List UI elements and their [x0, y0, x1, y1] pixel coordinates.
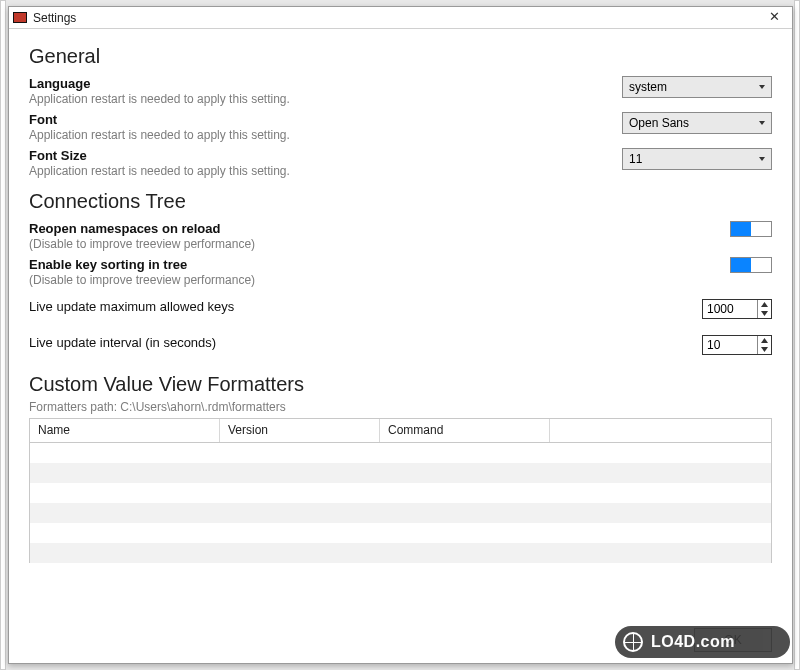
sorting-hint: (Disable to improve treeview performance… [29, 273, 682, 287]
table-row[interactable] [30, 463, 771, 483]
spin-up-icon[interactable] [758, 300, 771, 309]
reopen-label: Reopen namespaces on reload [29, 221, 682, 236]
formatters-path: Formatters path: C:\Users\ahorn\.rdm\for… [29, 400, 772, 414]
window-title: Settings [33, 11, 762, 25]
maxkeys-row: Live update maximum allowed keys 1000 [29, 299, 772, 319]
watermark-badge: LO4D.com [615, 626, 790, 658]
table-body [30, 443, 771, 563]
maxkeys-label: Live update maximum allowed keys [29, 299, 682, 314]
settings-dialog: Settings ✕ General Language Application … [8, 6, 793, 664]
font-label: Font [29, 112, 612, 127]
close-icon: ✕ [769, 9, 780, 24]
chevron-down-icon [759, 85, 765, 89]
svg-marker-2 [761, 338, 768, 343]
spin-up-icon[interactable] [758, 336, 771, 345]
language-label: Language [29, 76, 612, 91]
col-command[interactable]: Command [380, 419, 550, 442]
toggle-off-segment [751, 258, 771, 272]
col-spacer [550, 419, 771, 442]
table-row[interactable] [30, 483, 771, 503]
titlebar: Settings ✕ [9, 7, 792, 29]
table-header: Name Version Command [30, 419, 771, 443]
formatters-table: Name Version Command [29, 418, 772, 563]
globe-icon [623, 632, 643, 652]
interval-label: Live update interval (in seconds) [29, 335, 682, 350]
chevron-down-icon [759, 157, 765, 161]
reopen-hint: (Disable to improve treeview performance… [29, 237, 682, 251]
toggle-off-segment [751, 222, 771, 236]
font-dropdown[interactable]: Open Sans [622, 112, 772, 134]
svg-marker-0 [761, 302, 768, 307]
table-row[interactable] [30, 523, 771, 543]
toggle-on-segment [731, 222, 751, 236]
font-hint: Application restart is needed to apply t… [29, 128, 612, 142]
interval-spinbox[interactable]: 10 [702, 335, 772, 355]
interval-value[interactable]: 10 [703, 336, 757, 354]
fontsize-hint: Application restart is needed to apply t… [29, 164, 612, 178]
fontsize-row: Font Size Application restart is needed … [29, 148, 772, 178]
formatters-heading: Custom Value View Formatters [29, 373, 772, 396]
maxkeys-spinbox[interactable]: 1000 [702, 299, 772, 319]
watermark-text: LO4D.com [651, 633, 735, 651]
app-icon [13, 12, 27, 23]
content-area: General Language Application restart is … [9, 29, 792, 623]
chevron-down-icon [759, 121, 765, 125]
spin-down-icon[interactable] [758, 345, 771, 354]
close-button[interactable]: ✕ [762, 9, 786, 27]
connections-heading: Connections Tree [29, 190, 772, 213]
language-row: Language Application restart is needed t… [29, 76, 772, 106]
svg-marker-3 [761, 347, 768, 352]
language-dropdown[interactable]: system [622, 76, 772, 98]
language-value: system [629, 80, 667, 94]
table-row[interactable] [30, 503, 771, 523]
spin-down-icon[interactable] [758, 309, 771, 318]
reopen-toggle[interactable] [730, 221, 772, 237]
sorting-label: Enable key sorting in tree [29, 257, 682, 272]
interval-row: Live update interval (in seconds) 10 [29, 335, 772, 355]
font-value: Open Sans [629, 116, 689, 130]
svg-marker-1 [761, 311, 768, 316]
reopen-row: Reopen namespaces on reload (Disable to … [29, 221, 772, 251]
col-name[interactable]: Name [30, 419, 220, 442]
table-row[interactable] [30, 543, 771, 563]
maxkeys-value[interactable]: 1000 [703, 300, 757, 318]
sorting-toggle[interactable] [730, 257, 772, 273]
sorting-row: Enable key sorting in tree (Disable to i… [29, 257, 772, 287]
language-hint: Application restart is needed to apply t… [29, 92, 612, 106]
fontsize-value: 11 [629, 152, 642, 166]
toggle-on-segment [731, 258, 751, 272]
font-row: Font Application restart is needed to ap… [29, 112, 772, 142]
fontsize-label: Font Size [29, 148, 612, 163]
fontsize-dropdown[interactable]: 11 [622, 148, 772, 170]
col-version[interactable]: Version [220, 419, 380, 442]
table-row[interactable] [30, 443, 771, 463]
general-heading: General [29, 45, 772, 68]
